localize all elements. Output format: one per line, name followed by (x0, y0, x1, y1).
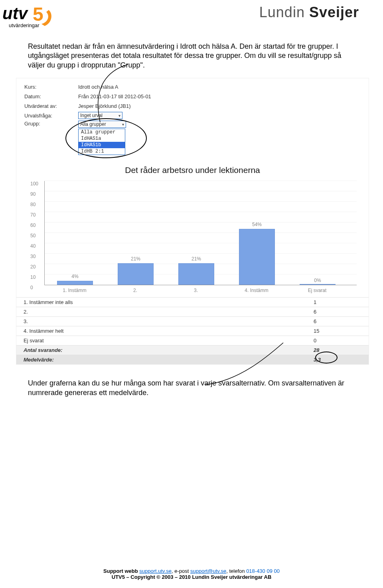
bar-value-label: 0% (314, 278, 321, 283)
bar-chart: 01020304050607080901004%21%21%54%0% (44, 181, 357, 285)
result-value: 6 (306, 317, 369, 326)
meta-value-kurs: Idrott och hälsa A (78, 84, 118, 90)
utv5-logo-icon: utv 5 utvärderingar (2, 4, 53, 32)
select-urvalsfraga-value: Inget urval (80, 113, 103, 118)
outro-text: Under graferna kan du se hur många som h… (28, 379, 344, 396)
result-label: 1. Instämmer inte alls (16, 298, 306, 307)
table-row-mean: Medelvärde:3,3 (16, 355, 369, 365)
table-row: 3.6 (16, 317, 369, 326)
grupp-option-idhas1b[interactable]: IdHAS1b (79, 142, 125, 148)
grupp-option-idhas1a[interactable]: IdHAS1a (79, 135, 125, 142)
x-tick: 1. Instämm (51, 288, 99, 293)
chevron-down-icon: ▾ (122, 122, 124, 127)
select-grupp[interactable]: Alla grupper ▾ (78, 121, 126, 128)
result-label: 4. Instämmer helt (16, 326, 306, 336)
logo-right-bold: Sveijer (309, 4, 359, 20)
page-footer: Support webb support.utv.se, e-post supp… (0, 568, 383, 580)
intro-paragraph: Resultatet nedan är från en ämnesutvärde… (0, 36, 383, 78)
y-tick: 100 (30, 181, 38, 187)
table-row: 4. Instämmer helt15 (16, 326, 369, 336)
select-grupp-value: Alla grupper (80, 121, 106, 127)
antal-value: 28 (306, 346, 369, 355)
footer-epost-prefix: , e-post (172, 568, 190, 574)
meta-label-kurs: Kurs: (24, 84, 78, 90)
mean-label: Medelvärde: (16, 355, 306, 365)
result-value: 6 (306, 307, 369, 317)
y-tick: 20 (30, 264, 36, 270)
y-tick: 80 (30, 202, 36, 207)
table-row: 1. Instämmer inte alls1 (16, 298, 369, 307)
grupp-option-idhb21[interactable]: IdHB 2:1 (79, 148, 125, 155)
footer-epost-link[interactable]: support@utv.se (190, 568, 226, 574)
y-tick: 30 (30, 254, 36, 259)
result-value: 0 (306, 336, 369, 346)
meta-value-utvarderat: Jesper Björklund (JB1) (78, 103, 131, 109)
app-screenshot: Kurs: Idrott och hälsa A Datum: Från 201… (16, 78, 369, 365)
footer-tel-prefix: , telefon (226, 568, 246, 574)
meta-label-utvarderat: Utvärderat av: (24, 103, 78, 109)
y-tick: 90 (30, 191, 36, 197)
y-tick: 10 (30, 274, 36, 280)
bar-value-label: 21% (131, 256, 140, 262)
x-tick: 4. Instämm (233, 288, 280, 293)
logo-utv5: utv 5 utvärderingar (2, 4, 53, 32)
svg-text:utvärderingar: utvärderingar (9, 22, 39, 28)
meta-label-datum: Datum: (24, 93, 78, 99)
chart-area: Det råder arbetsro under lektionerna 010… (16, 157, 369, 297)
result-label: 2. (16, 307, 306, 317)
y-tick: 60 (30, 222, 36, 228)
bar-value-label: 54% (252, 222, 262, 227)
result-value: 15 (306, 326, 369, 336)
result-value: 1 (306, 298, 369, 307)
result-label: 3. (16, 317, 306, 326)
footer-support-link[interactable]: support.utv.se (139, 568, 172, 574)
chevron-down-icon: ▾ (118, 113, 120, 118)
y-tick: 50 (30, 233, 36, 238)
x-tick: 3. (172, 288, 220, 293)
y-tick: 70 (30, 212, 36, 218)
meta-area: Kurs: Idrott och hälsa A Datum: Från 201… (16, 78, 369, 157)
footer-telephone: 018-430 09 00 (246, 568, 280, 574)
bar-value-label: 4% (71, 274, 78, 279)
table-row: Ej svarat0 (16, 336, 369, 346)
y-tick: 40 (30, 243, 36, 249)
page-header: utv 5 utvärderingar Lundin Sveijer (0, 0, 383, 36)
table-row: 2.6 (16, 307, 369, 317)
table-row-total: Antal svarande:28 (16, 346, 369, 355)
results-table: 1. Instämmer inte alls12.63.64. Instämme… (16, 297, 369, 364)
svg-text:5: 5 (33, 4, 43, 25)
meta-label-urvalsfraga: Urvalsfråga: (24, 113, 78, 119)
footer-support-prefix: Support webb (103, 568, 139, 574)
annotation-circle-mean (323, 354, 345, 366)
y-tick: 0 (30, 285, 33, 290)
grupp-dropdown[interactable]: Alla grupper IdHAS1a IdHAS1b IdHB 2:1 (78, 129, 125, 155)
x-tick: Ej svarat (293, 288, 341, 293)
grupp-option-all[interactable]: Alla grupper (79, 129, 125, 135)
chart-title: Det råder arbetsro under lektionerna (20, 165, 365, 175)
footer-copyright: UTV5 – Copyright © 2003 – 2010 Lundin Sv… (112, 574, 272, 580)
logo-lundin-sveijer: Lundin Sveijer (259, 4, 359, 21)
outro-paragraph: Under graferna kan du se hur många som h… (0, 365, 383, 405)
svg-text:utv: utv (2, 4, 29, 23)
bar-value-label: 21% (192, 256, 201, 262)
antal-label: Antal svarande: (16, 346, 306, 355)
meta-value-datum: Från 2011-03-17 till 2012-05-01 (78, 93, 151, 99)
select-urvalsfraga[interactable]: Inget urval ▾ (78, 112, 122, 119)
logo-right-light: Lundin (259, 4, 309, 20)
result-label: Ej svarat (16, 336, 306, 346)
meta-label-grupp: Grupp: (24, 121, 78, 127)
x-tick: 2. (111, 288, 159, 293)
